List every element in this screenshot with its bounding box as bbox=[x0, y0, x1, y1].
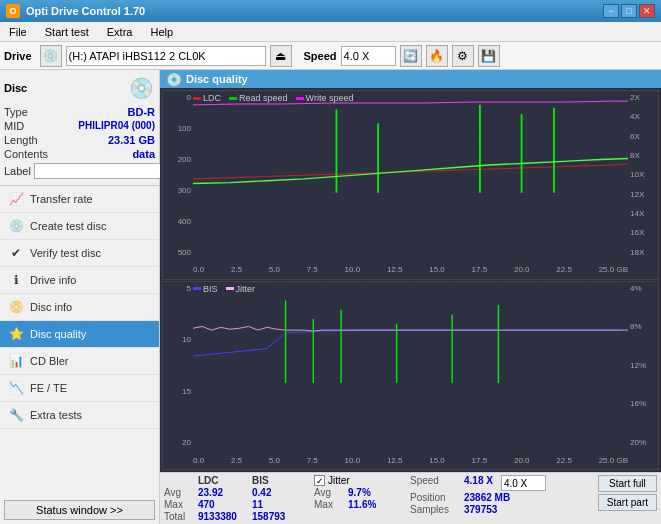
chart2-y-axis-right: 20% 16% 12% 8% 4% bbox=[628, 282, 658, 450]
chart2-wrapper: BIS Jitter 20 15 10 5 20% 16% 12% bbox=[162, 281, 659, 471]
speed-label: Speed bbox=[304, 50, 337, 62]
minimize-button[interactable]: − bbox=[603, 4, 619, 18]
chart1-wrapper: LDC Read speed Write speed 500 400 300 bbox=[162, 90, 659, 280]
fe-te-icon: 📉 bbox=[8, 380, 24, 396]
disc-quality-header: 💿 Disc quality bbox=[160, 70, 661, 88]
disc-section: Disc 💿 Type BD-R MID PHILIPR04 (000) Len… bbox=[0, 70, 159, 186]
disc-quality-icon: ⭐ bbox=[8, 326, 24, 342]
jitter-max-row: Max 11.6% bbox=[314, 499, 398, 510]
refresh-button[interactable]: 🔄 bbox=[400, 45, 422, 67]
status-window-button[interactable]: Status window >> bbox=[4, 500, 155, 520]
sidebar-item-label: CD Bler bbox=[30, 355, 69, 367]
menu-start-test[interactable]: Start test bbox=[40, 25, 94, 39]
eject-button[interactable]: ⏏ bbox=[270, 45, 292, 67]
menu-file[interactable]: File bbox=[4, 25, 32, 39]
legend-read-speed-label: Read speed bbox=[239, 93, 288, 103]
legend-jitter-label: Jitter bbox=[236, 284, 256, 294]
sidebar-item-label: Verify test disc bbox=[30, 247, 101, 259]
disc-quality-title: Disc quality bbox=[186, 73, 248, 85]
sidebar-item-label: Disc quality bbox=[30, 328, 86, 340]
transfer-rate-icon: 📈 bbox=[8, 191, 24, 207]
sidebar-item-label: Drive info bbox=[30, 274, 76, 286]
sidebar-item-create-test-disc[interactable]: 💿 Create test disc bbox=[0, 213, 159, 240]
title-bar-controls: − □ ✕ bbox=[603, 4, 655, 18]
chart2-y-axis-left: 20 15 10 5 bbox=[163, 282, 193, 450]
burn-button[interactable]: 🔥 bbox=[426, 45, 448, 67]
sidebar-item-verify-test-disc[interactable]: ✔ Verify test disc bbox=[0, 240, 159, 267]
sidebar-item-label: FE / TE bbox=[30, 382, 67, 394]
sidebar: Disc 💿 Type BD-R MID PHILIPR04 (000) Len… bbox=[0, 70, 160, 524]
drive-label: Drive bbox=[4, 50, 32, 62]
legend-write-speed-label: Write speed bbox=[306, 93, 354, 103]
chart1-y-axis-left: 500 400 300 200 100 0 bbox=[163, 91, 193, 259]
legend-write-speed: Write speed bbox=[296, 93, 354, 103]
disc-length-row: Length 23.31 GB bbox=[4, 133, 155, 147]
toolbar: Drive 💿 (H:) ATAPI iHBS112 2 CL0K ⏏ Spee… bbox=[0, 42, 661, 70]
jitter-header: ✓ Jitter bbox=[314, 475, 398, 486]
sidebar-item-label: Transfer rate bbox=[30, 193, 93, 205]
app-icon: O bbox=[6, 4, 20, 18]
position-row: Position 23862 MB bbox=[410, 492, 546, 503]
close-button[interactable]: ✕ bbox=[639, 4, 655, 18]
drive-icon-btn[interactable]: 💿 bbox=[40, 45, 62, 67]
disc-label-row: Label 🔍 bbox=[4, 161, 155, 181]
menu-help[interactable]: Help bbox=[145, 25, 178, 39]
menu-extra[interactable]: Extra bbox=[102, 25, 138, 39]
cd-bler-icon: 📊 bbox=[8, 353, 24, 369]
legend-bis-label: BIS bbox=[203, 284, 218, 294]
stats-bar: LDC BIS Avg 23.92 0.42 Max 470 11 Total … bbox=[160, 472, 661, 524]
title-bar-left: O Opti Drive Control 1.70 bbox=[6, 4, 145, 18]
legend-jitter: Jitter bbox=[226, 284, 256, 294]
legend-bis: BIS bbox=[193, 284, 218, 294]
disc-type-row: Type BD-R bbox=[4, 105, 155, 119]
speed-select-stats[interactable]: 4.0 X bbox=[501, 475, 546, 491]
sidebar-item-drive-info[interactable]: ℹ Drive info bbox=[0, 267, 159, 294]
speed-row: Speed 4.18 X 4.0 X bbox=[410, 475, 546, 491]
drive-select[interactable]: (H:) ATAPI iHBS112 2 CL0K bbox=[66, 46, 266, 66]
chart2-svg bbox=[193, 282, 628, 384]
samples-row: Samples 379753 bbox=[410, 504, 546, 515]
sidebar-item-disc-quality[interactable]: ⭐ Disc quality bbox=[0, 321, 159, 348]
jitter-avg-row: Avg 9.7% bbox=[314, 487, 398, 498]
stats-headers: LDC BIS bbox=[164, 475, 302, 486]
drive-info-icon: ℹ bbox=[8, 272, 24, 288]
settings-button[interactable]: ⚙ bbox=[452, 45, 474, 67]
create-test-disc-icon: 💿 bbox=[8, 218, 24, 234]
sidebar-item-transfer-rate[interactable]: 📈 Transfer rate bbox=[0, 186, 159, 213]
maximize-button[interactable]: □ bbox=[621, 4, 637, 18]
title-bar: O Opti Drive Control 1.70 − □ ✕ bbox=[0, 0, 661, 22]
main-layout: Disc 💿 Type BD-R MID PHILIPR04 (000) Len… bbox=[0, 70, 661, 524]
start-part-button[interactable]: Start part bbox=[598, 494, 657, 511]
legend-ldc-label: LDC bbox=[203, 93, 221, 103]
extra-tests-icon: 🔧 bbox=[8, 407, 24, 423]
start-full-button[interactable]: Start full bbox=[598, 475, 657, 492]
disc-info-icon: 📀 bbox=[8, 299, 24, 315]
chart1-x-axis: 0.0 2.5 5.0 7.5 10.0 12.5 15.0 17.5 20.0… bbox=[193, 261, 628, 279]
save-button[interactable]: 💾 bbox=[478, 45, 500, 67]
jitter-checkbox[interactable]: ✓ bbox=[314, 475, 325, 486]
sidebar-item-cd-bler[interactable]: 📊 CD Bler bbox=[0, 348, 159, 375]
chart1-legend: LDC Read speed Write speed bbox=[193, 93, 353, 103]
charts-container: LDC Read speed Write speed 500 400 300 bbox=[160, 88, 661, 472]
sidebar-item-label: Create test disc bbox=[30, 220, 106, 232]
legend-read-speed: Read speed bbox=[229, 93, 288, 103]
speed-select[interactable]: 4.0 X bbox=[341, 46, 396, 66]
sidebar-item-extra-tests[interactable]: 🔧 Extra tests bbox=[0, 402, 159, 429]
jitter-label: Jitter bbox=[328, 475, 350, 486]
disc-contents-row: Contents data bbox=[4, 147, 155, 161]
app-title: Opti Drive Control 1.70 bbox=[26, 5, 145, 17]
stats-avg-row: Avg 23.92 0.42 bbox=[164, 487, 302, 498]
disc-mid-row: MID PHILIPR04 (000) bbox=[4, 119, 155, 133]
verify-test-disc-icon: ✔ bbox=[8, 245, 24, 261]
start-buttons: Start full Start part bbox=[598, 475, 657, 511]
disc-image-icon: 💿 bbox=[127, 74, 155, 102]
stats-total-row: Total 9133380 158793 bbox=[164, 511, 302, 522]
disc-title: Disc bbox=[4, 82, 27, 94]
sidebar-item-fe-te[interactable]: 📉 FE / TE bbox=[0, 375, 159, 402]
disc-label-input[interactable] bbox=[34, 163, 163, 179]
chart2-legend: BIS Jitter bbox=[193, 284, 255, 294]
stats-ldc-bis: LDC BIS Avg 23.92 0.42 Max 470 11 Total … bbox=[164, 475, 302, 522]
chart1-svg bbox=[193, 91, 628, 193]
chart1-y-axis-right: 18X 16X 14X 12X 10X 8X 6X 4X 2X bbox=[628, 91, 658, 259]
sidebar-item-disc-info[interactable]: 📀 Disc info bbox=[0, 294, 159, 321]
